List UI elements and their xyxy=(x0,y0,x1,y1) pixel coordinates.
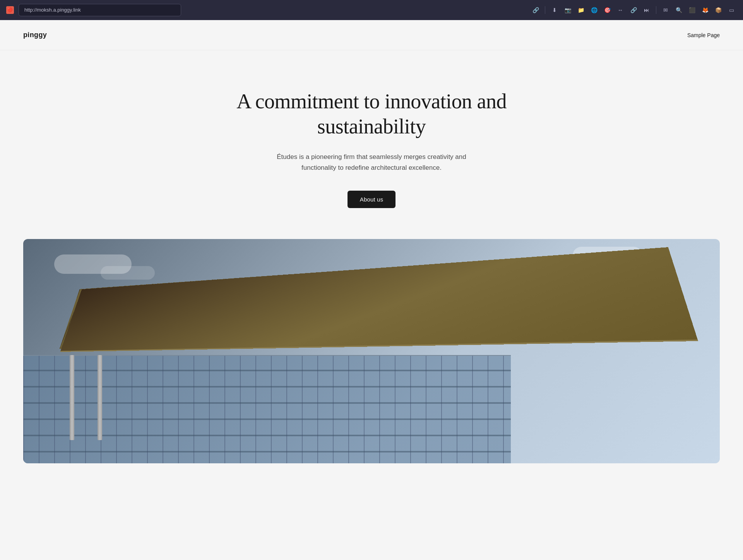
camera-icon[interactable]: 📷 xyxy=(562,5,573,15)
chain-icon[interactable]: 🔗 xyxy=(628,5,639,15)
folder-icon[interactable]: 📁 xyxy=(575,5,586,15)
favicon-icon: 🔴 xyxy=(7,7,13,12)
target-icon[interactable]: 🎯 xyxy=(602,5,613,15)
search-icon[interactable]: 🔍 xyxy=(673,5,684,15)
site-logo: pinggy xyxy=(23,31,47,39)
about-us-button[interactable]: About us xyxy=(348,191,395,208)
package-icon[interactable]: 📦 xyxy=(713,5,724,15)
cloud-2 xyxy=(101,266,155,280)
mail-icon[interactable]: ✉ xyxy=(660,5,671,15)
metal-column-2 xyxy=(98,355,102,440)
browser-toolbar: 🔴 http://moksh.a.pinggy.link 🔗 ⬇ 📷 📁 🌐 🎯… xyxy=(0,0,743,20)
square-icon[interactable]: ⬛ xyxy=(687,5,697,15)
url-text: http://moksh.a.pinggy.link xyxy=(24,7,81,13)
building-image xyxy=(23,239,720,463)
browser-favicon: 🔴 xyxy=(6,6,14,14)
hero-content: A commitment to innovation and sustainab… xyxy=(197,50,546,239)
sidebar-icon[interactable]: ▭ xyxy=(726,5,737,15)
sample-page-link[interactable]: Sample Page xyxy=(687,32,720,38)
metal-columns xyxy=(70,355,102,440)
globe-icon[interactable]: 🌐 xyxy=(589,5,599,15)
hero-title: A commitment to innovation and sustainab… xyxy=(213,89,530,139)
forward-icon[interactable]: ⏭ xyxy=(641,5,652,15)
url-bar[interactable]: http://moksh.a.pinggy.link xyxy=(19,4,181,16)
site-header: pinggy Sample Page xyxy=(0,20,743,50)
image-section xyxy=(0,239,743,463)
download-icon[interactable]: ⬇ xyxy=(549,5,560,15)
metal-column-1 xyxy=(70,355,74,440)
divider-1 xyxy=(545,6,545,14)
divider-2 xyxy=(656,6,656,14)
browser-icons: 🔗 ⬇ 📷 📁 🌐 🎯 ↔ 🔗 ⏭ ✉ 🔍 ⬛ 🦊 📦 ▭ xyxy=(530,5,737,15)
link-icon[interactable]: 🔗 xyxy=(530,5,541,15)
website-frame: pinggy Sample Page A commitment to innov… xyxy=(0,20,743,560)
ceiling-overhang xyxy=(60,247,698,352)
arrows-icon[interactable]: ↔ xyxy=(615,5,626,15)
fox-icon[interactable]: 🦊 xyxy=(700,5,710,15)
hero-subtitle: Études is a pioneering firm that seamles… xyxy=(263,152,480,174)
hero-section: A commitment to innovation and sustainab… xyxy=(0,50,743,239)
